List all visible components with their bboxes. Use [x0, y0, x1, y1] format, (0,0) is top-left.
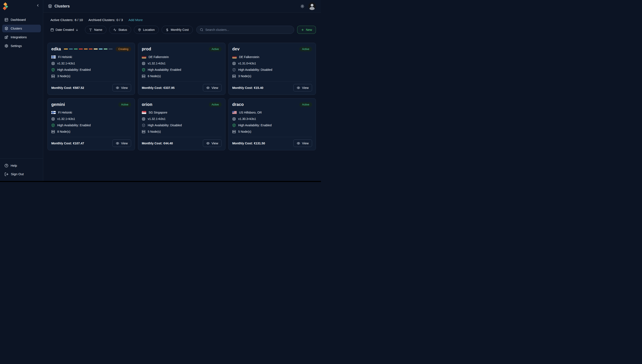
- card-divider: [142, 137, 222, 137]
- user-avatar[interactable]: [308, 2, 316, 10]
- location-label: SG Singapore: [149, 111, 167, 114]
- status-badge: Active: [118, 102, 131, 107]
- dollar-icon: [166, 28, 169, 32]
- server-icon: [51, 130, 55, 134]
- sort-date-created-button[interactable]: Date Created: [51, 26, 82, 34]
- filter-label: Name: [94, 28, 102, 32]
- status-badge: Creating: [116, 47, 131, 52]
- view-button[interactable]: View: [203, 84, 222, 92]
- monthly-cost: Monthly Cost: €587.52: [51, 86, 84, 90]
- sidebar-item-dashboard[interactable]: Dashboard: [2, 16, 41, 24]
- shield-check-icon: [51, 68, 55, 72]
- monthly-cost: Monthly Cost: €337.95: [142, 86, 174, 90]
- location-row: DE Falkenstein: [142, 55, 222, 59]
- eye-icon: [116, 86, 119, 90]
- cluster-grid: edka Creating FI Helsinki v1.32.1+k3s1 H…: [48, 43, 316, 150]
- cpu-icon: [142, 117, 145, 121]
- sidebar-item-sign-out[interactable]: Sign Out: [2, 170, 41, 178]
- version-row: v1.30.3+k3s1: [232, 117, 312, 121]
- card-divider: [232, 82, 312, 82]
- version-label: v1.32.1+k3s1: [148, 117, 166, 120]
- top-bar: Clusters: [43, 0, 321, 12]
- nodes-row: 3 Node(s): [232, 74, 312, 78]
- theme-toggle-button[interactable]: [300, 4, 304, 8]
- version-row: v1.32.1+k3s1: [51, 62, 131, 65]
- panels-icon: [5, 18, 8, 22]
- sidebar-collapse-button[interactable]: [35, 3, 41, 9]
- server-icon: [232, 74, 236, 78]
- version-label: v1.32.1+k3s1: [57, 62, 75, 65]
- monthly-cost-value: €131.50: [254, 142, 265, 145]
- stats-row: Active Clusters: 6 / 10 Archived Cluster…: [51, 18, 316, 22]
- type-icon: [89, 28, 92, 32]
- sidebar-item-settings[interactable]: Settings: [2, 42, 41, 50]
- nodes-row: 8 Node(s): [51, 130, 131, 134]
- shield-check-icon: [232, 124, 236, 127]
- nodes-row: 6 Node(s): [142, 74, 222, 78]
- version-label: v1.31.0+k3s1: [238, 62, 256, 65]
- sidebar-item-clusters[interactable]: Clusters: [2, 25, 41, 32]
- cluster-name: orion: [142, 102, 152, 107]
- cluster-card: prod Active DE Falkenstein v1.32.1+k3s1 …: [138, 43, 226, 95]
- nodes-label: 5 Node(s): [148, 130, 161, 133]
- location-label: FI Helsinki: [58, 55, 72, 59]
- location-row: US Hillsboro, OR: [232, 110, 312, 114]
- progress-segment: [74, 48, 78, 50]
- cluster-card: draco Active US Hillsboro, OR v1.30.3+k3…: [229, 98, 316, 150]
- filter-monthly-cost-button[interactable]: Monthly Cost: [162, 26, 193, 34]
- eye-icon: [297, 142, 300, 145]
- sidebar-item-integrations[interactable]: Integrations: [2, 34, 41, 41]
- chevron-left-icon: [36, 4, 40, 7]
- country-flag: [232, 111, 237, 114]
- cpu-icon: [51, 117, 55, 121]
- card-header: edka Creating: [51, 46, 131, 52]
- sun-icon: [300, 4, 304, 8]
- view-button[interactable]: View: [293, 140, 312, 147]
- monthly-cost-value: €337.95: [163, 86, 174, 90]
- monthly-cost-label: Monthly Cost:: [142, 142, 162, 145]
- page-title: Clusters: [48, 4, 70, 8]
- progress-segment: [84, 48, 88, 50]
- gear-icon: [5, 44, 8, 48]
- filter-label: Monthly Cost: [171, 28, 189, 32]
- sidebar-nav: Dashboard Clusters Integrations Settings: [0, 16, 43, 50]
- card-footer: Monthly Cost: €44.40 View: [142, 140, 222, 147]
- active-clusters-value: 6 / 10: [75, 18, 83, 22]
- app-logo: [3, 2, 8, 10]
- view-button[interactable]: View: [203, 140, 222, 147]
- sidebar-item-help[interactable]: Help: [2, 162, 41, 169]
- new-button-label: New: [306, 28, 312, 32]
- new-cluster-button[interactable]: New: [297, 26, 316, 34]
- card-footer: Monthly Cost: €587.52 View: [51, 84, 131, 92]
- nodes-label: 6 Node(s): [148, 74, 161, 78]
- ha-label: High Availability: Enabled: [57, 124, 91, 127]
- location-row: SG Singapore: [142, 110, 222, 114]
- status-badge: Active: [209, 102, 222, 107]
- nodes-row: 5 Node(s): [232, 130, 312, 134]
- view-button[interactable]: View: [112, 84, 131, 92]
- card-footer: Monthly Cost: €131.50 View: [232, 140, 312, 147]
- nodes-row: 5 Node(s): [142, 130, 222, 134]
- monthly-cost-label: Monthly Cost:: [51, 142, 72, 145]
- card-footer: Monthly Cost: €15.40 View: [232, 84, 312, 92]
- filter-status-button[interactable]: Status: [109, 26, 131, 34]
- view-button[interactable]: View: [112, 140, 131, 147]
- cluster-card: orion Active SG Singapore v1.32.1+k3s1 H…: [138, 98, 226, 150]
- view-button[interactable]: View: [293, 84, 312, 92]
- view-button-label: View: [121, 86, 128, 90]
- card-header: draco Active: [232, 102, 312, 107]
- eye-icon: [116, 142, 119, 145]
- monthly-cost-value: €15.40: [254, 86, 263, 90]
- filter-location-button[interactable]: Location: [134, 26, 159, 34]
- monthly-cost: Monthly Cost: €107.47: [51, 142, 84, 145]
- help-icon: [5, 164, 8, 168]
- search-input[interactable]: [205, 28, 291, 32]
- filter-name-button[interactable]: Name: [85, 26, 106, 34]
- ha-row: High Availability: Enabled: [51, 123, 131, 127]
- card-header: gemini Active: [51, 102, 131, 107]
- add-more-link[interactable]: Add More: [128, 18, 143, 22]
- window-edge: [0, 181, 321, 182]
- sort-label: Date Created: [56, 28, 74, 32]
- cluster-name: prod: [142, 46, 151, 52]
- sidebar-item-label: Settings: [11, 44, 22, 48]
